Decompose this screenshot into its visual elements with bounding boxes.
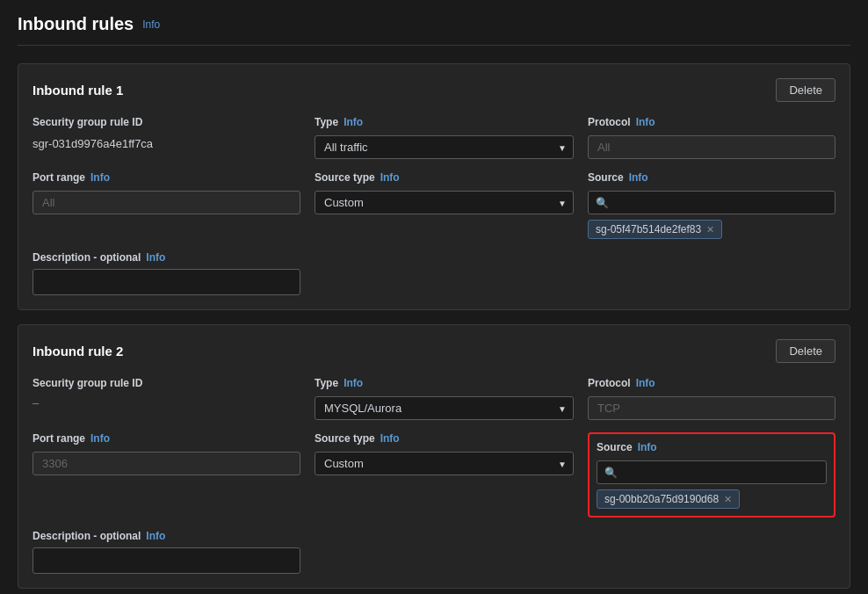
rule1-search-icon: 🔍 bbox=[596, 197, 609, 209]
rule1-sgr-id-group: Security group rule ID sgr-031d9976a4e1f… bbox=[33, 116, 300, 159]
rule2-source-container: 🔍 sg-00bb20a75d9190d68 ✕ bbox=[597, 460, 827, 509]
rule1-source-info-link[interactable]: Info bbox=[629, 171, 648, 184]
rule2-protocol-info-link[interactable]: Info bbox=[636, 377, 655, 389]
rule1-source-tag-remove-button[interactable]: ✕ bbox=[706, 224, 714, 235]
rule2-source-info-link[interactable]: Info bbox=[638, 441, 657, 453]
rule2-delete-button[interactable]: Delete bbox=[776, 339, 835, 363]
rule1-protocol-label: Protocol bbox=[588, 116, 631, 128]
rule2-description-input[interactable] bbox=[33, 547, 300, 574]
rule2-source-search-box[interactable]: 🔍 bbox=[597, 460, 827, 484]
rule2-port-range-info-link[interactable]: Info bbox=[90, 432, 110, 445]
rule2-sgr-id-dash: – bbox=[33, 396, 300, 409]
rule1-protocol-info-link[interactable]: Info bbox=[636, 116, 655, 128]
rule2-title: Inbound rule 2 bbox=[33, 344, 123, 359]
rule1-source-label: Source bbox=[588, 171, 624, 184]
rule1-type-group: Type Info All traffic ▼ bbox=[315, 116, 574, 159]
rule1-title: Inbound rule 1 bbox=[33, 83, 123, 98]
rule2-port-range-label: Port range bbox=[33, 432, 85, 445]
page-title: Inbound rules bbox=[18, 14, 134, 34]
rule1-type-info-link[interactable]: Info bbox=[344, 116, 363, 128]
rule1-description-info-link[interactable]: Info bbox=[146, 251, 165, 264]
rule1-source-type-label: Source type bbox=[315, 171, 375, 184]
rule2-source-label: Source bbox=[597, 441, 633, 453]
rule1-source-tag: sg-05f47b514de2fef83 ✕ bbox=[588, 220, 722, 239]
rule1-port-range-info-link[interactable]: Info bbox=[90, 171, 110, 184]
rule1-type-label: Type bbox=[315, 116, 338, 128]
rule2-sgr-id-group: Security group rule ID – bbox=[33, 377, 300, 420]
rule2-port-range-group: Port range Info bbox=[33, 432, 300, 518]
rule2-protocol-label: Protocol bbox=[588, 377, 631, 389]
rule1-source-group: Source Info 🔍 sg-05f47b514de2fef83 ✕ bbox=[588, 171, 835, 239]
rule2-source-type-select-wrapper: Custom ▼ bbox=[315, 452, 574, 475]
rule1-description-row: Description - optional Info bbox=[33, 251, 835, 295]
rule1-source-type-select-wrapper: Custom ▼ bbox=[315, 191, 574, 214]
rule2-source-tag-remove-button[interactable]: ✕ bbox=[724, 494, 732, 505]
rule1-source-tag-value: sg-05f47b514de2fef83 bbox=[596, 223, 701, 235]
rule1-type-select[interactable]: All traffic bbox=[315, 135, 574, 159]
rule2-type-info-link[interactable]: Info bbox=[344, 377, 363, 389]
rule1-source-search-input[interactable] bbox=[614, 196, 828, 209]
rule2-source-type-info-link[interactable]: Info bbox=[380, 432, 400, 445]
rule1-port-range-group: Port range Info bbox=[33, 171, 300, 239]
rule2-source-type-select[interactable]: Custom bbox=[315, 452, 574, 475]
rule2-source-tag-value: sg-00bb20a75d9190d68 bbox=[604, 493, 719, 505]
rule2-type-group: Type Info MYSQL/Aurora ▼ bbox=[315, 377, 574, 420]
rule2-description-info-link[interactable]: Info bbox=[146, 530, 165, 542]
rule1-sgr-id-value: sgr-031d9976a4e1ff7ca bbox=[33, 135, 300, 152]
rule1-port-range-input bbox=[33, 191, 300, 214]
rule1-source-type-info-link[interactable]: Info bbox=[380, 171, 400, 184]
rule2-protocol-input bbox=[588, 396, 835, 420]
rule1-sgr-id-label: Security group rule ID bbox=[33, 116, 142, 128]
rule1-protocol-group: Protocol Info bbox=[588, 116, 835, 159]
rule2-description-row: Description - optional Info bbox=[33, 530, 835, 574]
rule1-port-range-label: Port range bbox=[33, 171, 85, 184]
rule2-type-select[interactable]: MYSQL/Aurora bbox=[315, 396, 574, 420]
rule1-source-type-group: Source type Info Custom ▼ bbox=[315, 171, 574, 239]
rule1-description-input[interactable] bbox=[33, 269, 300, 295]
rule1-source-search-box[interactable]: 🔍 bbox=[588, 191, 835, 214]
rule2-search-icon: 🔍 bbox=[604, 467, 618, 479]
rule1-source-container: 🔍 sg-05f47b514de2fef83 ✕ bbox=[588, 191, 835, 239]
rule1-description-label: Description - optional bbox=[33, 251, 141, 264]
rule2-source-group-highlighted: Source Info 🔍 sg-00bb20a75d9190d68 ✕ bbox=[588, 432, 835, 518]
rule2-source-type-label: Source type bbox=[315, 432, 375, 445]
rule1-type-select-wrapper: All traffic ▼ bbox=[315, 135, 574, 159]
rule2-sgr-id-label: Security group rule ID bbox=[33, 377, 142, 389]
rule1-protocol-input bbox=[588, 135, 835, 159]
rule1-delete-button[interactable]: Delete bbox=[776, 78, 835, 102]
rule1-source-type-select[interactable]: Custom bbox=[315, 191, 574, 214]
page-info-link[interactable]: Info bbox=[142, 18, 160, 31]
rule2-port-range-input bbox=[33, 452, 300, 475]
rule2-source-tag: sg-00bb20a75d9190d68 ✕ bbox=[597, 489, 740, 509]
inbound-rule-2-section: Inbound rule 2 Delete Security group rul… bbox=[18, 324, 850, 589]
rule2-source-type-group: Source type Info Custom ▼ bbox=[315, 432, 574, 518]
rule2-protocol-group: Protocol Info bbox=[588, 377, 835, 420]
inbound-rule-1-section: Inbound rule 1 Delete Security group rul… bbox=[18, 63, 850, 310]
rule2-type-select-wrapper: MYSQL/Aurora ▼ bbox=[315, 396, 574, 420]
rule2-description-label: Description - optional bbox=[33, 530, 141, 542]
rule2-type-label: Type bbox=[315, 377, 338, 389]
rule2-source-search-input[interactable] bbox=[623, 466, 819, 479]
